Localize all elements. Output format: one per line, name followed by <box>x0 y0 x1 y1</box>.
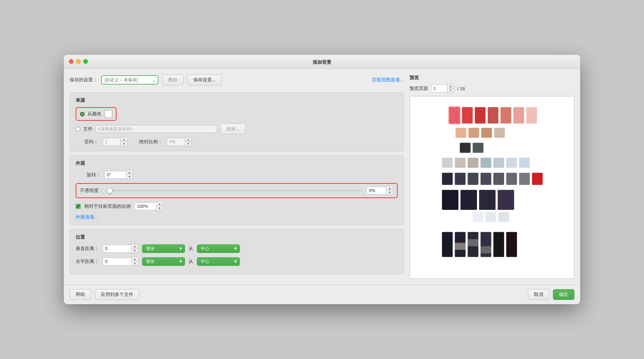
opacity-up-button[interactable]: ▲ <box>387 186 393 191</box>
horizontal-from-wrapper: 中心 左上角 右上角 左下角 右下角 ▼ <box>197 257 240 266</box>
scale-up-button[interactable]: ▲ <box>185 138 191 142</box>
minimize-button[interactable] <box>76 59 81 64</box>
svg-rect-13 <box>473 143 483 153</box>
preview-page-down-button[interactable]: ▼ <box>448 88 454 93</box>
page-input[interactable] <box>103 138 120 146</box>
svg-rect-30 <box>460 190 477 210</box>
dialog-title: 添加背景 <box>70 59 574 66</box>
scale-input[interactable] <box>167 138 185 146</box>
opacity-down-button[interactable]: ▼ <box>387 191 393 195</box>
preview-controls: 预览页面 ▲ ▼ / 16 <box>409 84 574 93</box>
svg-rect-11 <box>494 128 505 138</box>
scale-down-button[interactable]: ▼ <box>185 142 191 146</box>
file-radio[interactable] <box>76 127 80 131</box>
svg-rect-41 <box>506 232 517 257</box>
settings-select[interactable]: [自定义 – 未保存] <box>101 75 158 85</box>
color-radio-label[interactable]: 从颜色 <box>87 111 101 117</box>
svg-rect-26 <box>506 173 517 185</box>
horizontal-unit-wrapper: 厘米 英寸 像素 ▼ <box>142 257 185 266</box>
svg-rect-33 <box>473 212 483 222</box>
color-swatch[interactable] <box>104 110 112 118</box>
close-button[interactable] <box>69 59 74 64</box>
vertical-up-button[interactable]: ▲ <box>132 244 138 249</box>
scale-value-input[interactable] <box>134 202 156 210</box>
preview-canvas <box>409 96 574 279</box>
choose-file-button[interactable]: 选择... <box>220 124 246 134</box>
cancel-button[interactable]: 取消 <box>528 289 549 300</box>
rotation-down-button[interactable]: ▼ <box>126 175 133 179</box>
save-settings-button[interactable]: 保存设置... <box>187 75 222 85</box>
preview-svg <box>410 96 574 278</box>
bottom-bar: 帮助 应用到多个文件 取消 确定 <box>64 284 580 304</box>
delete-button[interactable]: 删除 <box>162 75 184 85</box>
scale-value-down-button[interactable]: ▼ <box>156 206 163 211</box>
scale-label: 绝对比例： <box>139 139 162 145</box>
source-section: 来源 从颜色 文件 选择... 页码： <box>70 92 404 151</box>
svg-rect-34 <box>486 212 496 222</box>
preview-title: 预览 <box>409 75 574 81</box>
horizontal-down-button[interactable]: ▼ <box>132 262 138 266</box>
page-spinner-buttons: ▲ ▼ <box>120 137 128 147</box>
horizontal-unit-select[interactable]: 厘米 英寸 像素 <box>142 257 185 266</box>
svg-rect-5 <box>513 107 524 124</box>
horizontal-from-select[interactable]: 中心 左上角 右上角 左下角 右下角 <box>197 257 240 266</box>
svg-rect-10 <box>481 128 492 138</box>
appearance-section: 外观 旋转： ▲ ▼ 不透明度： <box>70 155 404 225</box>
page-range-link[interactable]: 页面范围选项... <box>372 77 404 83</box>
svg-rect-35 <box>498 212 509 222</box>
svg-rect-36 <box>442 232 453 257</box>
vertical-down-button[interactable]: ▼ <box>132 249 138 253</box>
preview-total-pages: / 16 <box>457 86 465 91</box>
scale-spinner: ▲ ▼ <box>167 137 192 147</box>
page-down-button[interactable]: ▼ <box>121 142 127 146</box>
appearance-options-link[interactable]: 外观选项... <box>76 214 98 220</box>
apply-multiple-button[interactable]: 应用到多个文件 <box>95 289 139 300</box>
svg-rect-2 <box>475 107 486 124</box>
file-radio-label[interactable]: 文件 <box>83 126 93 132</box>
svg-rect-21 <box>442 173 453 185</box>
vertical-from-select[interactable]: 中心 左上角 右上角 左下角 右下角 <box>197 244 240 253</box>
toolbar: 保存的设置： [自定义 – 未保存] ⌄ 删除 保存设置... 页面范围选项..… <box>70 75 404 88</box>
left-panel: 保存的设置： [自定义 – 未保存] ⌄ 删除 保存设置... 页面范围选项..… <box>70 75 404 279</box>
rotation-spinner-buttons: ▲ ▼ <box>126 170 133 180</box>
settings-label: 保存的设置： <box>70 77 98 83</box>
position-title: 位置 <box>76 234 398 240</box>
preview-page-up-button[interactable]: ▲ <box>448 84 454 88</box>
maximize-button[interactable] <box>83 59 88 64</box>
rotation-input[interactable] <box>104 171 126 179</box>
opacity-slider[interactable] <box>107 190 363 191</box>
preview-page-input[interactable] <box>431 85 447 92</box>
scale-checkbox-label[interactable]: 相对于目标页面的比例 <box>84 203 131 210</box>
scale-value-up-button[interactable]: ▲ <box>156 202 163 206</box>
scale-checkbox[interactable] <box>76 204 81 209</box>
horizontal-input[interactable] <box>103 258 131 265</box>
scale-value-spinner-buttons: ▲ ▼ <box>156 202 163 211</box>
file-path-input[interactable] <box>95 125 217 133</box>
svg-rect-31 <box>479 190 496 210</box>
add-background-dialog: 添加背景 保存的设置： [自定义 – 未保存] ⌄ 删除 保存设置... 页面范… <box>64 55 580 304</box>
vertical-label: 垂直距离： <box>76 245 99 252</box>
svg-rect-28 <box>532 173 543 185</box>
vertical-unit-select[interactable]: 厘米 英寸 像素 <box>142 244 185 253</box>
confirm-button[interactable]: 确定 <box>553 289 574 300</box>
vertical-from-wrapper: 中心 左上角 右上角 左下角 右下角 ▼ <box>197 244 240 253</box>
help-button[interactable]: 帮助 <box>70 289 91 300</box>
from-label-1: 从 <box>189 245 193 252</box>
rotation-up-button[interactable]: ▲ <box>126 171 133 175</box>
page-up-button[interactable]: ▲ <box>121 138 127 142</box>
rotation-label: 旋转： <box>76 172 101 178</box>
svg-rect-12 <box>460 143 470 153</box>
source-title: 来源 <box>76 97 398 104</box>
opacity-input[interactable] <box>366 187 386 195</box>
svg-rect-9 <box>468 128 479 138</box>
color-radio[interactable] <box>80 112 85 116</box>
bottom-bar-right: 取消 确定 <box>528 289 574 300</box>
from-label-2: 从 <box>189 258 193 265</box>
vertical-input[interactable] <box>103 245 131 253</box>
svg-rect-29 <box>442 190 459 210</box>
rotation-row: 旋转： ▲ ▼ <box>76 170 398 180</box>
horizontal-up-button[interactable]: ▲ <box>132 257 138 262</box>
position-section: 位置 垂直距离： ▲ ▼ 厘米 英寸 <box>70 229 404 274</box>
horizontal-spinner-buttons: ▲ ▼ <box>131 257 138 266</box>
svg-rect-17 <box>480 158 491 168</box>
